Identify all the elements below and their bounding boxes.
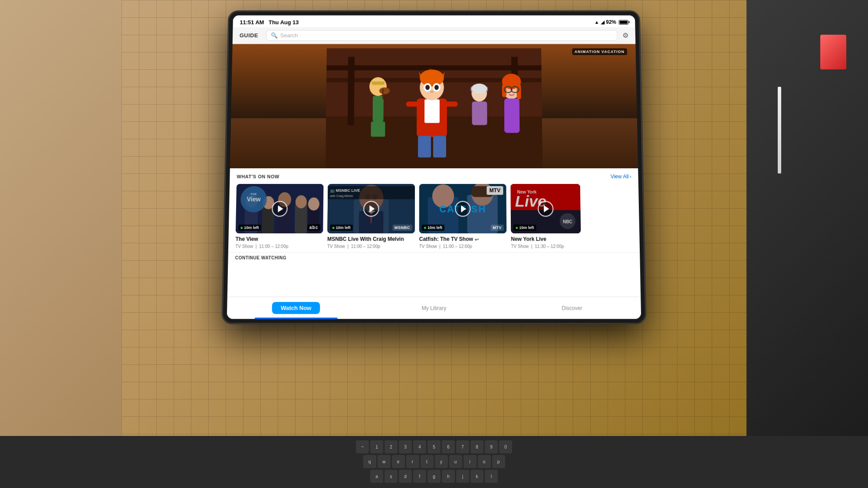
show-card-nylive[interactable]: New York Live NBC xyxy=(510,184,581,249)
show-meta-nylive: TV Show | 11:30 – 12:00p xyxy=(511,244,581,249)
hero-video[interactable]: ANIMATION VACATION xyxy=(230,44,638,168)
key-a[interactable]: a xyxy=(370,470,383,483)
show-title: The View xyxy=(235,236,258,243)
live-dot xyxy=(240,226,243,229)
key-o[interactable]: o xyxy=(478,455,491,468)
apple-pencil xyxy=(778,87,781,174)
msnbc-network-badge: MSNBC xyxy=(392,225,412,231)
show-thumbnail-catfish: CATFISH MTV xyxy=(419,184,506,233)
main-content: ANIMATION VACATION WHAT'S ON NOW View Al… xyxy=(227,44,641,297)
svg-rect-14 xyxy=(418,136,431,157)
svg-rect-9 xyxy=(371,121,385,137)
key-w[interactable]: w xyxy=(378,455,391,468)
key-j[interactable]: j xyxy=(456,470,469,483)
key-s[interactable]: s xyxy=(385,470,398,483)
key-k[interactable]: k xyxy=(470,470,483,483)
battery-icon xyxy=(619,20,628,25)
view-all-label: View All xyxy=(611,174,629,180)
key-l[interactable]: l xyxy=(485,470,498,483)
wifi-icon: ▲ xyxy=(595,20,599,25)
key-h[interactable]: h xyxy=(442,470,455,483)
key-d[interactable]: d xyxy=(399,470,412,483)
time-left-text: 10m left xyxy=(244,226,259,230)
right-desk-items xyxy=(820,35,846,69)
svg-rect-4 xyxy=(326,65,541,70)
live-dot-msnbc xyxy=(332,226,335,229)
settings-button[interactable]: ⚙ xyxy=(622,31,628,39)
key-u[interactable]: u xyxy=(449,455,462,468)
key-3[interactable]: 3 xyxy=(399,440,412,453)
svg-rect-30 xyxy=(472,102,487,125)
keyboard: ~ 1 2 3 4 5 6 7 8 9 0 q w e r t y u i o … xyxy=(0,436,868,487)
key-4[interactable]: 4 xyxy=(413,440,426,453)
key-1[interactable]: 1 xyxy=(370,440,383,453)
battery-fill xyxy=(620,21,627,24)
tab-my-library[interactable]: My Library xyxy=(365,297,503,319)
tab-watch-now[interactable]: Watch Now xyxy=(227,297,365,319)
svg-rect-8 xyxy=(373,96,384,121)
play-triangle-icon-catfish xyxy=(461,205,466,212)
discover-label: Discover xyxy=(562,305,582,311)
svg-rect-39 xyxy=(504,98,519,133)
watch-now-label: Watch Now xyxy=(281,305,312,311)
search-bar[interactable]: 🔍 Search xyxy=(266,30,618,40)
view-all-button[interactable]: View All › xyxy=(611,174,631,180)
show-meta-msnbc: TV Show | 11:00 – 12:00p xyxy=(327,244,415,249)
key-i[interactable]: i xyxy=(464,455,477,468)
svg-point-31 xyxy=(471,84,487,94)
play-triangle-icon-nylive xyxy=(544,205,549,212)
key-9[interactable]: 9 xyxy=(485,440,498,453)
key-2[interactable]: 2 xyxy=(385,440,398,453)
key-e[interactable]: e xyxy=(392,455,405,468)
show-card-msnbc[interactable]: 📺 MSNBC LIVE with Craig Melvin xyxy=(327,184,415,249)
continue-watching-title: CONTINUE WATCHING xyxy=(235,255,633,260)
svg-rect-15 xyxy=(433,136,446,157)
signal-icon: ◢ xyxy=(601,20,604,25)
svg-rect-27 xyxy=(445,102,458,107)
watch-now-button[interactable]: Watch Now xyxy=(272,302,320,314)
show-name-catfish: Catfish: The TV Show ↩ xyxy=(419,236,507,243)
svg-point-25 xyxy=(430,90,434,93)
show-card-catfish[interactable]: CATFISH MTV xyxy=(419,184,507,249)
key-t[interactable]: t xyxy=(421,455,434,468)
key-7[interactable]: 7 xyxy=(456,440,469,453)
guide-label: GUIDE xyxy=(240,32,261,39)
key-p[interactable]: p xyxy=(492,455,505,468)
key-tilde: ~ xyxy=(356,440,369,453)
left-desk-area xyxy=(0,0,122,488)
show-card-the-view[interactable]: THE View 10m left xyxy=(235,184,323,249)
key-6[interactable]: 6 xyxy=(442,440,455,453)
key-0[interactable]: 0 xyxy=(499,440,512,453)
key-g[interactable]: g xyxy=(427,470,441,483)
catfish-title: Catfish: The TV Show xyxy=(419,236,473,243)
key-f[interactable]: f xyxy=(413,470,426,483)
svg-rect-13 xyxy=(424,99,440,123)
play-button-msnbc[interactable] xyxy=(363,201,379,216)
key-q[interactable]: q xyxy=(363,455,376,468)
key-y[interactable]: y xyxy=(435,455,448,468)
svg-rect-11 xyxy=(382,88,384,99)
time-left-text-catfish: 10m left xyxy=(427,226,442,230)
play-button-nylive[interactable] xyxy=(538,201,554,216)
play-button-catfish[interactable] xyxy=(455,201,470,216)
time-left-badge-msnbc: 10m left xyxy=(330,225,352,231)
chevron-right-icon: › xyxy=(629,174,631,180)
channel-name: ANIMATION VACATION xyxy=(575,49,625,54)
play-button[interactable] xyxy=(272,201,288,216)
key-r[interactable]: r xyxy=(406,455,419,468)
keyboard-row-1: ~ 1 2 3 4 5 6 7 8 9 0 xyxy=(4,440,864,453)
svg-rect-7 xyxy=(372,82,385,85)
ipad-device: 11:51 AM Thu Aug 13 ▲ ◢ 92% GUIDE 🔍 Sear… xyxy=(222,11,645,324)
search-placeholder: Search xyxy=(280,32,298,39)
date: Thu Aug 13 xyxy=(269,19,299,26)
key-8[interactable]: 8 xyxy=(470,440,483,453)
time-left-badge-catfish: 10m left xyxy=(422,225,444,231)
key-5[interactable]: 5 xyxy=(427,440,441,453)
keyboard-row-2: q w e r t y u i o p xyxy=(4,455,864,468)
book-stack xyxy=(820,35,846,69)
channel-logo: ANIMATION VACATION xyxy=(572,48,627,55)
play-triangle-icon-msnbc xyxy=(369,205,375,212)
shows-row: THE View 10m left xyxy=(235,184,633,249)
tab-discover[interactable]: Discover xyxy=(503,297,641,319)
search-icon: 🔍 xyxy=(271,32,278,39)
